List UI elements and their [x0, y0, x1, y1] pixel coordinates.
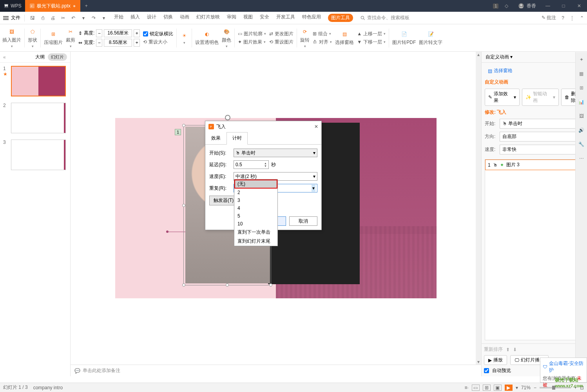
height-minus[interactable]: − — [96, 29, 102, 37]
dropdown-option[interactable]: 10 — [234, 220, 277, 228]
rotate-button[interactable]: ⟳ 旋转▾ — [300, 27, 310, 48]
collapse-panel-icon[interactable]: « — [3, 54, 6, 60]
scroll-down-icon[interactable]: ▾ — [476, 359, 481, 365]
close-button[interactable]: ✕ — [571, 0, 587, 12]
reorder-up-icon[interactable]: ⬆ — [506, 347, 510, 352]
reset-pic-button[interactable]: ⟲ 重设图片 — [269, 39, 294, 45]
tab-picture-tools[interactable]: 图片工具 — [328, 14, 353, 22]
user-area[interactable]: 香香 — [514, 3, 540, 9]
animation-tag[interactable]: 1 — [175, 129, 181, 135]
redo-dropdown[interactable]: ▾ — [100, 15, 108, 21]
vertical-scrollbar[interactable]: ▴ ▾ — [476, 52, 481, 365]
start-select[interactable]: 🖱 单击时▾ — [500, 119, 584, 129]
slideshow-view-icon[interactable]: ▶ — [505, 385, 513, 391]
review-button[interactable]: ✎ 批注 — [542, 15, 556, 21]
select-pane-link[interactable]: ▤ 选择窗格 — [485, 66, 584, 76]
print-preview-icon[interactable]: ⎙ — [39, 15, 47, 21]
dropdown-option[interactable]: 5 — [234, 212, 277, 220]
sorter-view-icon[interactable]: ⊞ — [483, 385, 491, 391]
dropdown-option[interactable]: (无) — [234, 180, 277, 189]
slides-tab[interactable]: 幻灯片 — [48, 53, 67, 61]
play-button[interactable]: ▶ 播放 — [484, 355, 507, 365]
animation-item[interactable]: 1 🖱 ✦ 图片 3 — [485, 160, 583, 170]
template-icon[interactable]: ⊞ — [578, 84, 585, 91]
style-icon[interactable]: ✦ — [578, 56, 585, 63]
tab-start[interactable]: 开始 — [114, 14, 123, 22]
dialog-close-icon[interactable]: ✕ — [314, 124, 318, 129]
dlg-cancel-button[interactable]: 取消 — [289, 216, 317, 226]
tab-view[interactable]: 视图 — [243, 14, 253, 22]
slideshow-dropdown[interactable]: ▾ — [516, 385, 518, 390]
crop-button[interactable]: ✂ 裁剪▾ — [66, 27, 75, 48]
color-button[interactable]: 🎨 颜色▾ — [222, 27, 231, 48]
tab-animation[interactable]: 动画 — [180, 14, 189, 22]
change-pic-button[interactable]: ⇄ 更改图片 — [269, 31, 294, 37]
undo-icon[interactable]: ↶ — [69, 15, 77, 21]
slide-thumb-2[interactable]: 2 — [3, 103, 67, 133]
brightness-button[interactable]: ☀▾ — [180, 31, 188, 45]
normal-view-icon[interactable]: ▭ — [472, 385, 480, 391]
dropdown-option[interactable]: 直到幻灯片末尾 — [234, 237, 277, 246]
tab-slideshow[interactable]: 幻灯片放映 — [196, 14, 220, 22]
dropdown-option[interactable]: 3 — [234, 196, 277, 204]
dlg-start-combo[interactable]: 🖱 单击时▾ — [234, 149, 317, 157]
speed-select[interactable]: 非常快▾ — [500, 145, 584, 154]
align-button[interactable]: ⫛ 对齐 ▾ — [313, 39, 332, 45]
move-down-button[interactable]: ▼ 下移一层 ▾ — [357, 39, 386, 45]
notes-toggle-icon[interactable]: ≡· — [465, 385, 469, 390]
slide-thumb-3[interactable]: 3 — [3, 140, 67, 170]
document-tab[interactable]: P 极光下载站.pptx ● — [25, 0, 80, 12]
redo-icon[interactable]: ↷ — [90, 15, 98, 21]
new-tab-button[interactable]: + — [80, 0, 92, 12]
move-up-button[interactable]: ▲ 上移一层 ▾ — [357, 31, 386, 37]
rotation-handle[interactable] — [225, 115, 230, 120]
tab-review[interactable]: 审阅 — [227, 14, 236, 22]
format-painter-icon[interactable]: ✂ — [59, 15, 67, 21]
width-minus[interactable]: − — [96, 39, 102, 47]
outline-button[interactable]: ▭ 图片轮廓 ▾ — [238, 31, 266, 37]
skin-icon[interactable]: ◇ — [498, 0, 514, 12]
pic-to-text-button[interactable]: 📝 图片转文字 — [419, 30, 442, 46]
effect-button[interactable]: ✦ 图片效果 ▾ — [238, 39, 266, 45]
width-input[interactable] — [104, 39, 132, 47]
group-button[interactable]: ⊞ 组合 ▾ — [313, 31, 332, 37]
file-menu[interactable]: 文件 — [11, 15, 20, 21]
insert-picture-button[interactable]: 🖼 插入图片▾ — [2, 27, 21, 48]
dlg-delay-spinner[interactable]: 0.5 ▲▼ — [234, 160, 269, 169]
tab-special[interactable]: 特色应用 — [302, 14, 321, 22]
pic-to-pdf-button[interactable]: 📄 图片转PDF — [392, 30, 416, 46]
audio-icon[interactable]: 🔊 — [578, 127, 585, 134]
slide-thumb-1[interactable]: 1★ — [3, 66, 67, 96]
scroll-up-icon[interactable]: ▴ — [476, 52, 481, 57]
tab-transition[interactable]: 切换 — [163, 14, 173, 22]
minimize-button[interactable]: — — [540, 0, 556, 12]
reset-size-button[interactable]: ⟲ 重设大小 — [143, 39, 173, 45]
dialog-tab-timing[interactable]: 计时 — [226, 132, 248, 145]
tab-design[interactable]: 设计 — [147, 14, 156, 22]
reading-view-icon[interactable]: ▣ — [494, 385, 502, 391]
print-icon[interactable]: 🖨 — [49, 15, 57, 21]
tab-security[interactable]: 安全 — [260, 14, 269, 22]
zoom-level[interactable]: 71% — [521, 385, 531, 390]
outline-tab[interactable]: 大纲 — [35, 54, 45, 60]
tab-insert[interactable]: 插入 — [130, 14, 140, 22]
dropdown-option[interactable]: 2 — [234, 189, 277, 196]
search-box[interactable]: 查找命令、搜索模板 — [360, 15, 409, 21]
spin-down-icon[interactable]: ▼ — [264, 165, 267, 167]
dropdown-option[interactable]: 直到下一次单击 — [234, 228, 277, 237]
handle-bm[interactable] — [226, 283, 229, 287]
selection-pane-button[interactable]: ▤ 选择窗格 — [335, 30, 354, 46]
maximize-button[interactable]: □ — [556, 0, 571, 12]
help-icon[interactable]: ? — [562, 15, 564, 21]
new-slide-icon[interactable]: ▦ — [578, 70, 585, 77]
image-icon[interactable]: 🖼 — [578, 113, 585, 120]
tab-devtools[interactable]: 开发工具 — [276, 14, 295, 22]
height-input[interactable] — [104, 29, 132, 37]
direction-select[interactable]: 自底部▾ — [500, 132, 584, 142]
height-plus[interactable]: + — [134, 29, 140, 37]
save-icon[interactable]: 🖫 — [29, 15, 36, 21]
hamburger-icon[interactable] — [3, 16, 9, 20]
more-panel-icon[interactable]: ⋯ — [578, 155, 585, 162]
zoom-out-icon[interactable]: − — [534, 385, 536, 390]
tools-icon[interactable]: 🔧 — [578, 141, 585, 148]
